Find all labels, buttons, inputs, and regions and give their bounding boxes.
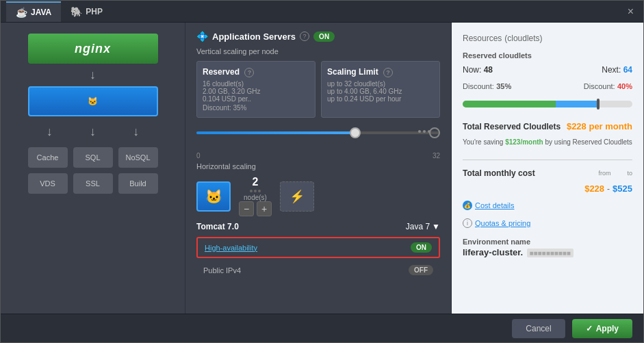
quotas-row: i Quotas & pricing — [463, 218, 632, 228]
total-reserved-label: Total Reserved Cloudlets — [463, 122, 561, 131]
next-section: Next: 64 — [602, 65, 632, 75]
discount-next-label: Discount: — [584, 82, 615, 90]
next-value: 64 — [623, 65, 632, 75]
discount-next-section: Discount: 40% — [584, 81, 632, 91]
tab-java-label: JAVA — [31, 8, 51, 17]
reserved-help[interactable]: ? — [244, 68, 254, 77]
main-content: nGinX ↓ 🐱 ↓ ↓ ↓ Cache SQL NoSQL VDS SSL … — [1, 23, 643, 314]
env-domain: ■■■■■■■■■■ — [527, 249, 574, 257]
cost-details-row: 💰 Cost details — [463, 201, 632, 210]
node-placeholder: ⚡ — [280, 181, 314, 212]
progress-bar — [463, 101, 632, 107]
vertical-scaling-label: Vertical scaling per node — [196, 47, 440, 55]
build-node[interactable]: Build — [118, 173, 158, 194]
arrows-row: ↓ ↓ ↓ — [28, 120, 158, 143]
apply-button[interactable]: ✓ Apply — [572, 319, 632, 338]
down-arrow-3: ↓ — [90, 125, 96, 139]
tomcat-icon: 🐱 — [88, 97, 98, 106]
total-reserved-row: Total Reserved Cloudlets $228 per month — [463, 121, 632, 131]
resources-title: Resources (cloudlets) — [463, 32, 632, 43]
price-separator: - — [607, 184, 610, 194]
discount-now-label: Discount: — [463, 82, 494, 90]
right-panel: Resources (cloudlets) Reserved cloudlets… — [452, 23, 643, 314]
slider-fill — [196, 131, 355, 134]
monthly-price-row: $228 - $525 — [463, 183, 632, 194]
title-bar: ☕ JAVA 🐘 PHP × — [1, 1, 643, 23]
check-icon: ✓ — [586, 324, 593, 333]
close-button[interactable]: × — [623, 4, 638, 19]
scaling-line1: up to 4.00 GB, 6.40 GHz — [327, 88, 434, 95]
ipv4-label: Public IPv4 — [203, 266, 241, 275]
now-label: Now: — [463, 65, 481, 75]
tab-php-label: PHP — [86, 7, 103, 16]
scaling-limit-help[interactable]: ? — [383, 68, 393, 77]
quotas-link[interactable]: Quotas & pricing — [475, 219, 530, 227]
app-servers-toggle[interactable]: ON — [313, 31, 335, 42]
cancel-button[interactable]: Cancel — [512, 319, 565, 338]
left-panel: nGinX ↓ 🐱 ↓ ↓ ↓ Cache SQL NoSQL VDS SSL … — [1, 23, 185, 314]
cost-details-icon: 💰 — [463, 201, 472, 210]
progress-blue — [556, 101, 598, 107]
slider-thumb[interactable] — [350, 127, 361, 138]
node-controls: − + — [239, 201, 272, 216]
saving-amount: $123/month — [505, 138, 543, 146]
cache-node[interactable]: Cache — [28, 147, 68, 168]
saving-text: You're saving $123/month by using Reserv… — [463, 138, 632, 146]
now-value: 48 — [484, 65, 493, 75]
tab-php[interactable]: 🐘 PHP — [61, 2, 112, 21]
server-info-row: Tomcat 7.0 Java 7 ▼ — [196, 222, 440, 231]
scaling-limit-box: Scaling Limit ? up to 32 cloudlet(s) up … — [321, 61, 440, 118]
cloudlets-slider[interactable] — [196, 125, 440, 141]
node-plus-button[interactable]: + — [257, 201, 272, 216]
reserved-box: Reserved ? 16 cloudlet(s) 2.00 GB, 3.20 … — [196, 61, 315, 118]
app-servers-help[interactable]: ? — [300, 31, 309, 41]
monthly-cost-section: Total monthly cost from to — [463, 168, 632, 178]
to-label: to — [627, 170, 632, 177]
vds-node[interactable]: VDS — [28, 173, 68, 194]
down-arrow-4: ↓ — [133, 125, 139, 139]
node-minus-button[interactable]: − — [239, 201, 254, 216]
env-name-row: liferay-cluster. ■■■■■■■■■■ — [463, 247, 632, 257]
now-section: Now: 48 — [463, 65, 493, 75]
sql-node[interactable]: SQL — [73, 147, 113, 168]
horizontal-scaling-section: Horizontal scaling 🐱 2 node(s) — [196, 162, 440, 231]
price-to: $525 — [613, 183, 632, 194]
ha-label[interactable]: High-availability — [205, 244, 257, 252]
now-next-row: Now: 48 Next: 64 — [463, 65, 632, 75]
nosql-node[interactable]: NoSQL — [118, 147, 158, 168]
nodes-row1: Cache SQL NoSQL — [28, 147, 158, 168]
divider — [463, 160, 632, 160]
java-version-selector[interactable]: Java 7 ▼ — [406, 222, 440, 231]
apply-label: Apply — [596, 324, 619, 333]
price-from: $228 — [584, 183, 604, 194]
ipv4-row: Public IPv4 OFF — [196, 261, 440, 279]
nginx-button[interactable]: nGinX — [28, 34, 158, 64]
quotas-icon: i — [463, 218, 472, 228]
cost-details-link[interactable]: Cost details — [475, 201, 514, 209]
discount-row: Discount: 35% Discount: 40% — [463, 81, 632, 91]
scaling-line2: up to 0.24 USD per hour — [327, 95, 434, 103]
ssl-node[interactable]: SSL — [73, 173, 113, 194]
ipv4-toggle[interactable]: OFF — [409, 265, 433, 275]
horiz-tomcat-icon: 🐱 — [205, 188, 222, 205]
next-label: Next: — [602, 65, 621, 75]
progress-thumb — [597, 99, 600, 110]
slider-labels: 0 32 — [196, 152, 440, 160]
discount-next-value: 40% — [617, 82, 632, 90]
ha-toggle[interactable]: ON — [411, 242, 432, 253]
tomcat-button[interactable]: 🐱 — [28, 86, 158, 116]
java-icon: ☕ — [16, 7, 27, 18]
env-name-label: Environment name — [463, 238, 632, 246]
down-arrow-2: ↓ — [47, 125, 53, 139]
scaling-cloudlets: up to 32 cloudlet(s) — [327, 80, 434, 88]
monthly-cost-label: Total monthly cost — [463, 168, 535, 178]
tab-java[interactable]: ☕ JAVA — [6, 1, 61, 22]
horiz-node-icon: 🐱 — [196, 181, 231, 212]
node-count: 2 — [253, 176, 259, 188]
horizontal-scaling-row: 🐱 2 node(s) − + — [196, 176, 440, 216]
slider-end — [429, 127, 440, 138]
progress-green — [463, 101, 556, 107]
scaling-boxes: Reserved ? 16 cloudlet(s) 2.00 GB, 3.20 … — [196, 61, 440, 118]
node-count-label: node(s) — [244, 194, 267, 201]
main-dialog: ☕ JAVA 🐘 PHP × nGinX ↓ 🐱 ↓ ↓ ↓ Cache SQL — [0, 0, 644, 343]
